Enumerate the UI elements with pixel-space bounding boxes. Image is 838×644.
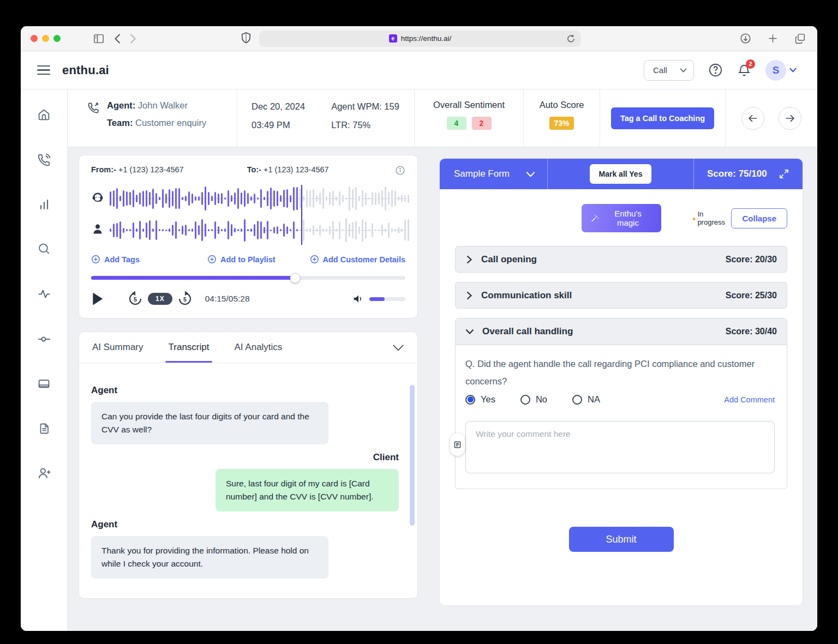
sentiment-positive-badge: 4 [447,117,466,130]
section-communication-skill[interactable]: Communication skill Score: 25/30 [455,282,787,309]
reload-icon[interactable] [566,34,576,45]
message-bubble-client: Sure, last four digit of my card is [Car… [216,469,399,511]
collapse-button[interactable]: Collapse [731,208,787,228]
address-bar[interactable]: e https://enthu.ai/ [259,31,581,47]
sidebar-item-analytics[interactable] [38,198,51,211]
sidebar-item-calls[interactable] [37,153,51,167]
radio-option-no[interactable]: No [520,394,547,405]
browser-chrome: e https://enthu.ai/ [21,26,817,51]
chevron-down-icon [465,328,474,335]
radio-option-yes[interactable]: Yes [465,394,495,405]
menu-icon[interactable] [37,65,50,75]
tab-transcript[interactable]: Transcript [169,332,210,363]
radio-icon [572,395,582,405]
status-dot [693,218,696,220]
call-date: Dec 20, 2024 [252,101,305,112]
form-header: Sample Form Mark all Yes Score: 75/100 [440,159,803,189]
svg-text:5: 5 [134,296,137,303]
plus-circle-icon [91,255,100,264]
url-text: https://enthu.ai/ [401,34,451,43]
close-window-button[interactable] [31,35,38,42]
notifications-bell-icon[interactable]: 2 [737,63,751,77]
chevron-down-icon [526,171,535,177]
add-to-playlist-link[interactable]: Add to Playlist [207,255,276,264]
app-logo: enthu.ai [62,63,109,77]
radio-option-na[interactable]: NA [572,394,600,405]
sidebar-item-reports[interactable] [38,422,51,435]
collapse-panel-icon[interactable] [392,344,404,351]
volume-slider[interactable] [369,297,405,301]
section-overall-call-handling[interactable]: Overall call handling Score: 30/40 [456,318,787,345]
sidebar-item-settings[interactable] [37,332,51,346]
add-customer-details-link[interactable]: Add Customer Details [310,255,405,264]
playback-speed-button[interactable]: 1X [148,293,172,305]
sidebar-item-library[interactable] [37,377,51,391]
seek-slider[interactable] [91,276,405,280]
back-icon[interactable] [110,31,125,46]
tab-ai-analytics[interactable]: AI Analytics [234,332,282,363]
phone-call-icon [87,101,100,147]
sidebar-item-activity[interactable] [37,287,51,301]
speaker-label: Agent [91,385,399,396]
scrollbar-thumb[interactable] [410,385,415,526]
section-score: Score: 25/30 [726,291,777,300]
bar-chart-icon [38,198,51,211]
volume-icon[interactable] [352,293,364,305]
seek-thumb[interactable] [290,273,301,283]
section-score: Score: 20/30 [726,255,777,264]
new-tab-icon[interactable] [765,31,780,46]
sidebar-item-home[interactable] [37,108,51,122]
tab-ai-summary[interactable]: AI Summary [92,332,143,363]
form-title-select[interactable]: Sample Form [440,159,547,189]
sidebar-toggle-icon[interactable] [91,31,106,46]
section-call-opening[interactable]: Call opening Score: 20/30 [455,246,787,273]
to-number: +1 (123) 123-4567 [264,165,329,177]
next-call-button[interactable] [779,107,801,130]
transcript-scrollbar[interactable] [410,369,415,593]
tab-overview-icon[interactable] [792,31,807,46]
help-icon[interactable] [708,63,723,77]
status-in-progress: In progress [693,210,732,226]
sidebar-item-add-user[interactable] [37,466,51,480]
waveform[interactable] [91,183,405,246]
sidebar-item-search[interactable] [37,242,51,256]
forward-icon[interactable] [125,31,140,46]
agent-wpm: Agent WPM: 159 [331,101,399,112]
app-header: enthu.ai Call 2 S [21,51,817,89]
seek-fill [91,276,295,280]
add-comment-link[interactable]: Add Comment [724,395,775,404]
rewind-5-button[interactable]: 5 [127,291,143,307]
comment-input[interactable] [465,421,775,473]
forward-5-button[interactable]: 5 [177,291,193,307]
play-button[interactable] [91,292,104,306]
chevron-down-icon [789,68,797,73]
message-bubble-agent: Can you provide the last four digits of … [91,402,328,444]
expand-icon[interactable] [779,168,789,179]
maximize-window-button[interactable] [53,35,61,42]
info-icon[interactable] [395,165,405,177]
minimize-window-button[interactable] [42,35,49,42]
sidebar [21,89,68,631]
waveform-playhead [301,185,302,245]
shield-icon[interactable] [241,32,251,46]
downloads-icon[interactable] [738,31,753,46]
chevron-right-icon [465,255,473,264]
mark-all-yes-button[interactable]: Mark all Yes [590,164,652,184]
chevron-down-icon [680,68,687,73]
add-tags-link[interactable]: Add Tags [91,255,140,264]
enthus-magic-button[interactable]: Enthu's magic [582,204,661,232]
agent-row: Agent: John Walker [107,100,206,111]
client-person-icon [91,222,110,238]
context-select[interactable]: Call [644,60,694,81]
tag-call-to-coaching-button[interactable]: Tag a Call to Coaching [611,107,714,129]
previous-call-button[interactable] [741,107,764,130]
submit-button[interactable]: Submit [569,527,674,552]
plus-circle-icon [310,255,319,264]
notes-tab[interactable] [450,433,465,456]
agent-headset-icon [91,191,110,206]
team-row: Team: Customer enquiry [107,118,206,128]
transcript-card: AI Summary Transcript AI Analytics Agent… [79,332,418,599]
form-title: Sample Form [454,168,510,179]
context-select-value: Call [653,65,667,75]
user-menu[interactable]: S [765,60,797,81]
